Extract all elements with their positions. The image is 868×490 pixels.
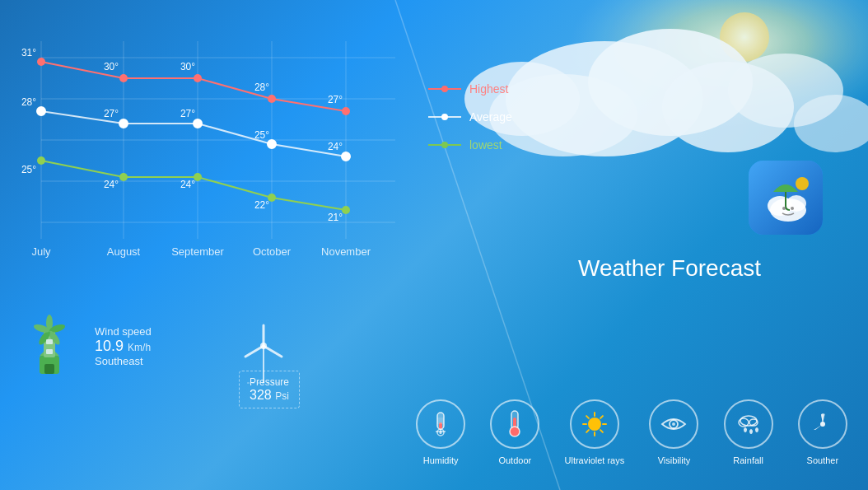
bottom-icons-row: Humidity Outdoor [404,399,860,465]
svg-text:31°: 31° [21,47,36,58]
svg-text:24°: 24° [104,179,119,190]
souther-icon-circle[interactable] [798,399,847,449]
svg-text:27°: 27° [180,108,195,119]
legend-label-highest: Highest [469,82,508,96]
svg-rect-85 [437,418,444,424]
svg-line-101 [586,430,589,432]
svg-point-21 [119,74,128,82]
outdoor-icon-circle[interactable] [490,399,539,449]
svg-text:September: September [171,245,224,258]
svg-point-30 [37,107,45,115]
outdoor-item[interactable]: Outdoor [490,399,539,465]
svg-text:28°: 28° [254,82,269,93]
svg-point-44 [342,206,350,214]
svg-line-100 [600,416,603,418]
svg-point-82 [791,207,794,210]
svg-text:30°: 30° [180,61,195,72]
svg-text:24°: 24° [328,141,343,152]
svg-text:21°: 21° [328,212,343,223]
svg-point-34 [342,152,350,161]
wind-section: Wind speed 10.9 Km/h Southeast [16,313,152,379]
visibility-item[interactable]: Visibility [649,399,698,465]
rainfall-icon-circle[interactable] [724,399,773,449]
chart-legend: Highest Average lowest [428,82,512,166]
uv-item[interactable]: Ultraviolet rays [565,399,625,465]
humidity-label: Humidity [423,455,459,465]
svg-rect-67 [46,349,53,354]
legend-label-average: Average [469,110,512,124]
svg-text:25°: 25° [254,129,269,141]
svg-text:28°: 28° [21,96,36,108]
rainfall-label: Rainfall [733,455,763,465]
svg-rect-57 [44,364,54,374]
svg-point-20 [37,58,45,66]
legend-line-highest [428,88,461,90]
visibility-label: Visibility [658,455,691,465]
svg-text:November: November [321,245,371,258]
svg-point-24 [342,107,350,115]
svg-text:July: July [31,245,51,258]
svg-point-92 [510,427,520,436]
visibility-icon-circle[interactable] [649,399,698,449]
svg-text:22°: 22° [254,199,269,211]
wind-speed-value: 10.9 Km/h [95,338,152,355]
svg-line-98 [586,416,589,418]
svg-point-23 [268,95,276,103]
svg-point-41 [119,173,128,181]
wind-speed-label: Wind speed [95,325,152,338]
svg-line-99 [600,430,603,432]
svg-text:25°: 25° [21,164,36,175]
legend-line-average [428,116,461,118]
svg-point-33 [268,140,276,148]
svg-line-72 [245,346,264,357]
pressure-value: 328 Psi [250,388,289,403]
wind-info: Wind speed 10.9 Km/h Southeast [95,325,152,367]
svg-text:24°: 24° [180,179,195,190]
app-icon[interactable] [749,161,823,235]
wind-direction: Southeast [95,355,152,367]
svg-text:August: August [107,245,141,258]
legend-highest: Highest [428,82,512,96]
svg-point-89 [439,431,442,434]
svg-rect-91 [513,418,516,427]
windmill-icon [16,313,82,379]
uv-label: Ultraviolet rays [565,455,625,465]
svg-text:27°: 27° [328,94,343,105]
svg-rect-66 [46,339,53,344]
svg-point-40 [37,156,45,165]
legend-average: Average [428,110,512,124]
legend-line-lowest [428,144,461,146]
svg-point-32 [194,119,202,128]
temperature-chart: 31° 30° 30° 28° 27° 28° 27° 27° 25° 24° … [16,16,420,272]
svg-text:30°: 30° [104,61,119,72]
svg-text:October: October [253,245,292,258]
svg-point-31 [119,119,128,128]
svg-point-103 [672,422,675,426]
svg-point-22 [194,74,202,82]
outdoor-label: Outdoor [498,455,531,465]
svg-point-93 [588,418,601,431]
rainfall-item[interactable]: Rainfall [724,399,773,465]
pressure-label: Pressure [250,376,289,388]
weather-forecast-title: Weather Forecast [578,255,761,298]
svg-text:27°: 27° [104,108,119,119]
humidity-icon-circle[interactable] [416,399,465,449]
souther-item[interactable]: Souther [798,399,847,465]
uv-icon-circle[interactable] [570,399,619,449]
pressure-section: Pressure 328 Psi [239,371,300,408]
legend-label-lowest: lowest [469,138,502,152]
svg-point-80 [796,177,809,190]
svg-point-81 [782,207,786,210]
svg-line-73 [264,346,282,357]
humidity-item[interactable]: Humidity [416,399,465,465]
legend-lowest: lowest [428,138,512,152]
souther-label: Souther [807,455,839,465]
